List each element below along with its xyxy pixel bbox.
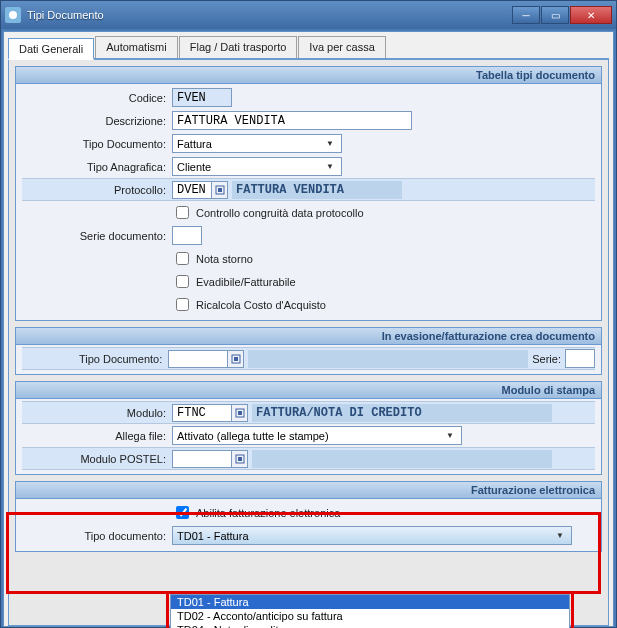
lookup-button[interactable] [232,450,248,468]
svg-rect-8 [238,457,242,461]
allega-file-value: Attivato (allega tutte le stampe) [177,430,329,442]
serie-documento-label: Serie documento: [22,230,172,242]
lookup-button[interactable] [212,181,228,199]
serie-documento-input[interactable] [172,226,202,245]
modulo-desc: FATTURA/NOTA DI CREDITO [252,404,552,422]
codice-label: Codice: [22,92,172,104]
client-area: Dati Generali Automatismi Flag / Dati tr… [3,31,614,627]
app-icon [5,7,21,23]
chevron-down-icon: ▼ [323,139,337,148]
protocollo-desc: FATTURA VENDITA [232,181,402,199]
tabstrip: Dati Generali Automatismi Flag / Dati tr… [8,36,609,60]
svg-rect-2 [218,188,222,192]
panel-fatturazione-elettronica: Fatturazione elettronica Abilita fattura… [15,481,602,552]
svg-rect-6 [238,411,242,415]
chevron-down-icon: ▼ [323,162,337,171]
svg-point-0 [9,11,17,19]
allega-file-label: Allega file: [22,430,172,442]
protocollo-lookup: FATTURA VENDITA [172,181,402,199]
panel-modulo-stampa: Modulo di stampa Modulo: FATTURA/NOTA DI… [15,381,602,475]
chevron-down-icon: ▼ [443,431,457,440]
tipo-documento-label-4: Tipo documento: [22,530,172,542]
tipo-documento-code-input[interactable] [168,350,228,368]
maximize-button[interactable]: ▭ [541,6,569,24]
tab-automatismi[interactable]: Automatismi [95,36,178,58]
modulo-code-input[interactable] [172,404,232,422]
protocollo-code-input[interactable] [172,181,212,199]
panel-header: Fatturazione elettronica [16,482,601,499]
codice-input[interactable] [172,88,232,107]
minimize-button[interactable]: ─ [512,6,540,24]
panel-crea-documento: In evasione/fatturazione crea documento … [15,327,602,375]
svg-rect-4 [234,357,238,361]
lookup-button[interactable] [232,404,248,422]
tab-flag-dati-trasporto[interactable]: Flag / Dati trasporto [179,36,298,58]
tab-content: Tabella tipi documento Codice: Descrizio… [8,60,609,626]
tab-dati-generali[interactable]: Dati Generali [8,38,94,60]
descrizione-label: Descrizione: [22,115,172,127]
ricalcola-label: Ricalcola Costo d'Acquisto [196,299,326,311]
close-button[interactable]: ✕ [570,6,612,24]
abilita-fatturazione-label: Abilita fatturazione elettronica [196,507,340,519]
evadibile-label: Evadibile/Fatturabile [196,276,296,288]
window: Tipi Documento ─ ▭ ✕ Dati Generali Autom… [0,0,617,628]
abilita-fatturazione-checkbox[interactable]: Abilita fatturazione elettronica [172,503,340,522]
tipo-documento-desc [248,350,528,368]
postel-code-input[interactable] [172,450,232,468]
modulo-postel-label: Modulo POSTEL: [22,453,172,465]
dropdown-option[interactable]: TD01 - Fattura [171,595,569,609]
tipo-documento-value: Fattura [177,138,212,150]
tipo-anagrafica-combo[interactable]: Cliente ▼ [172,157,342,176]
nota-storno-label: Nota storno [196,253,253,265]
panel-tabella-tipi-documento: Tabella tipi documento Codice: Descrizio… [15,66,602,321]
tipo-documento-lookup [168,350,528,368]
window-title: Tipi Documento [27,9,512,21]
tipo-anagrafica-value: Cliente [177,161,211,173]
chevron-down-icon: ▼ [553,531,567,540]
tipo-documento-fe-combo[interactable]: TD01 - Fattura ▼ [172,526,572,545]
controllo-congruita-checkbox[interactable]: Controllo congruità data protocollo [172,203,364,222]
tipo-documento-label-2: Tipo Documento: [22,353,168,365]
allega-file-combo[interactable]: Attivato (allega tutte le stampe) ▼ [172,426,462,445]
tipo-documento-fe-dropdown[interactable]: TD01 - Fattura TD02 - Acconto/anticipo s… [170,594,570,628]
descrizione-input[interactable] [172,111,412,130]
panel-header: Modulo di stampa [16,382,601,399]
modulo-lookup: FATTURA/NOTA DI CREDITO [172,404,552,422]
panel-header: In evasione/fatturazione crea documento [16,328,601,345]
protocollo-label: Protocollo: [22,184,172,196]
ricalcola-checkbox[interactable]: Ricalcola Costo d'Acquisto [172,295,326,314]
dropdown-option[interactable]: TD04 - Nota di credito [171,623,569,628]
modulo-label: Modulo: [22,407,172,419]
controllo-congruita-label: Controllo congruità data protocollo [196,207,364,219]
lookup-button[interactable] [228,350,244,368]
window-controls: ─ ▭ ✕ [512,6,612,24]
tipo-documento-label: Tipo Documento: [22,138,172,150]
tipo-documento-fe-value: TD01 - Fattura [177,530,249,542]
nota-storno-checkbox[interactable]: Nota storno [172,249,253,268]
tipo-documento-combo[interactable]: Fattura ▼ [172,134,342,153]
evadibile-checkbox[interactable]: Evadibile/Fatturabile [172,272,296,291]
panel-header: Tabella tipi documento [16,67,601,84]
serie-input-2[interactable] [565,349,595,368]
titlebar: Tipi Documento ─ ▭ ✕ [1,1,616,29]
tipo-anagrafica-label: Tipo Anagrafica: [22,161,172,173]
tab-iva-per-cassa[interactable]: Iva per cassa [298,36,385,58]
modulo-postel-lookup [172,450,552,468]
serie-label-2: Serie: [528,353,565,365]
postel-desc [252,450,552,468]
dropdown-option[interactable]: TD02 - Acconto/anticipo su fattura [171,609,569,623]
